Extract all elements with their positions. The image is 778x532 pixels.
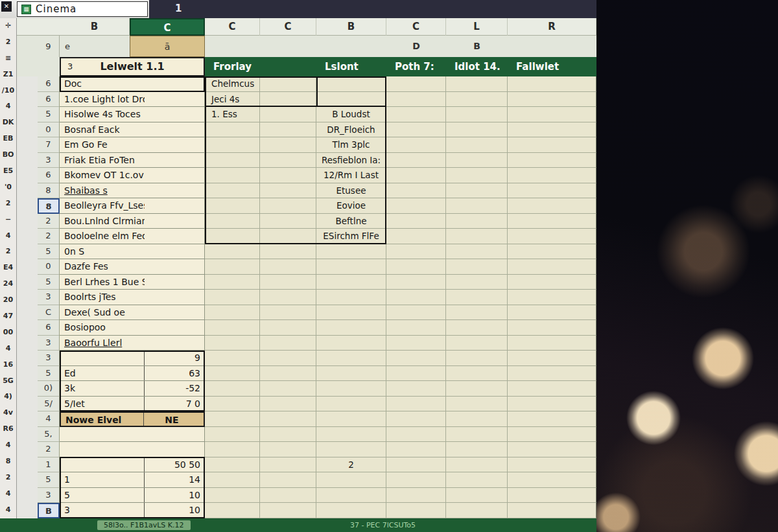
cell-f[interactable] [386,381,446,397]
cell-d[interactable] [260,336,316,351]
cell-f[interactable] [386,259,446,275]
cell-h[interactable] [508,259,596,275]
cell-h[interactable] [508,336,596,351]
cell-f[interactable] [386,305,446,321]
cell-h[interactable] [508,366,596,382]
cell-b[interactable]: Dexe( Sud oe [60,305,205,321]
cell-e[interactable]: 2 [316,457,386,473]
subrow-cell-e[interactable] [316,36,386,57]
row-number[interactable]: 3 [38,290,60,305]
cell-c[interactable] [205,153,260,168]
cell-d[interactable] [260,107,316,122]
cell-h[interactable] [508,320,596,336]
cell-c[interactable]: 1. Ess [205,107,260,122]
cell-d[interactable] [260,290,316,305]
cell-c[interactable]: Chelmcus [205,76,260,92]
row-number[interactable]: 5 [38,472,60,488]
cell-e[interactable]: Eovioe [316,198,386,214]
cell-e[interactable]: DR_Floeich [316,122,386,138]
close-icon[interactable]: ✕ [1,1,12,12]
cell-g[interactable] [446,320,508,336]
cell-g[interactable] [446,503,508,518]
subrow-cell-c[interactable] [205,36,260,57]
cell-b[interactable]: 1.coe Light lot Droo [60,92,205,108]
cell-e[interactable]: 12/Rm I Last [316,168,386,183]
cell-f[interactable] [386,411,446,427]
cell-g[interactable] [446,137,508,153]
cell-f[interactable] [386,397,446,412]
cell-e[interactable] [316,336,386,351]
cell-c[interactable] [205,457,260,473]
cell-e[interactable] [316,351,386,366]
cell-b[interactable]: Boolrts jTes [60,290,205,305]
cell-d[interactable] [260,442,316,457]
cell-b[interactable]: Bosnaf Eack [60,122,205,138]
cell-g[interactable] [446,153,508,168]
cell-f[interactable] [386,153,446,168]
cell-h[interactable] [508,153,596,168]
subrow-cell-h[interactable] [508,36,596,57]
cell-e[interactable] [316,442,386,457]
cell-b[interactable]: Doc [60,76,205,92]
cell-d[interactable] [260,198,316,214]
row-number[interactable]: 0 [38,259,60,275]
row-number[interactable]: 5 [38,107,60,122]
row-number[interactable]: 6 [38,320,60,336]
row-number[interactable]: 2 [38,229,60,244]
cell-d[interactable] [260,122,316,138]
cell-d[interactable] [260,305,316,321]
cell-g[interactable] [446,168,508,183]
row-number[interactable]: 3 [38,488,60,503]
cell-c[interactable] [205,366,260,382]
row-number[interactable]: 6 [38,76,60,92]
cell-c[interactable] [205,198,260,214]
cell-h[interactable] [508,457,596,473]
cell-c[interactable] [205,336,260,351]
cell-c[interactable] [205,320,260,336]
cell-h[interactable] [508,137,596,153]
cell-g[interactable] [446,214,508,229]
subrow-cell-b1[interactable]: e [60,36,130,57]
cell-b[interactable]: Baoorfu Llerl [60,336,205,351]
column-header-6[interactable]: L [446,18,508,36]
cell-f[interactable] [386,275,446,290]
cell-g[interactable] [446,381,508,397]
row-number[interactable]: 3 [38,153,60,168]
column-header-0[interactable]: B [60,18,130,36]
cell-d[interactable] [260,366,316,382]
row-number[interactable]: 1 [38,457,60,473]
header-cell-poth[interactable]: Poth 7: [386,57,446,76]
subrow-cell-f[interactable]: D [386,36,446,57]
cell-c[interactable] [205,305,260,321]
cell-g[interactable] [446,76,508,92]
subrow-cell-b2-highlight[interactable]: ā [130,36,205,57]
cell-b[interactable]: 9 [60,351,205,366]
cell-c[interactable] [205,472,260,488]
row-number[interactable]: C [38,305,60,321]
row-number[interactable]: 0) [38,381,60,397]
cell-c[interactable] [205,229,260,244]
cell-g[interactable] [446,275,508,290]
cell-f[interactable] [386,107,446,122]
cell-e[interactable] [316,259,386,275]
cell-g[interactable] [446,290,508,305]
cell-b[interactable]: 1 14 [60,472,205,488]
cell-e[interactable] [316,305,386,321]
cell-e[interactable] [316,488,386,503]
cell-d[interactable] [260,259,316,275]
cell-h[interactable] [508,214,596,229]
row-number[interactable]: 5 [38,275,60,290]
header-cell-fallwlet[interactable]: Fallwlet [508,57,596,76]
cell-e[interactable] [316,366,386,382]
cell-f[interactable] [386,122,446,138]
cell-f[interactable] [386,366,446,382]
cell-d[interactable] [260,92,316,108]
cell-b[interactable]: Ed 63 [60,366,205,382]
cell-e[interactable] [316,472,386,488]
cell-c[interactable] [205,351,260,366]
cell-b[interactable]: Em Go Fe [60,137,205,153]
row-number[interactable]: 5 [38,244,60,260]
cell-f[interactable] [386,76,446,92]
row-number[interactable]: 6 [38,168,60,183]
cell-c[interactable] [205,137,260,153]
